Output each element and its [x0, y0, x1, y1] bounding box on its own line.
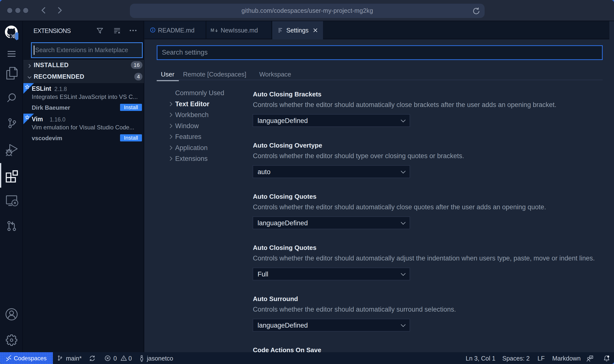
svg-text:M: M	[211, 28, 214, 33]
